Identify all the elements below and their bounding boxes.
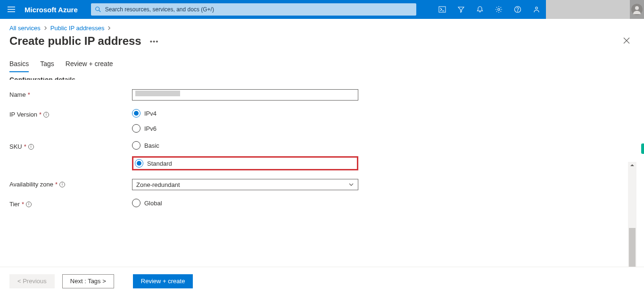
breadcrumb: All services Public IP addresses [0,19,644,34]
svg-point-3 [96,7,99,11]
brand-label: Microsoft Azure [23,6,86,14]
name-input[interactable] [132,89,358,101]
radio-standard[interactable]: Standard [135,159,172,168]
breadcrumb-public-ip[interactable]: Public IP addresses [50,25,105,32]
label-name: Name* [9,89,132,98]
hamburger-menu-icon[interactable] [0,0,23,19]
notifications-icon[interactable] [471,0,489,19]
chevron-right-icon [43,25,48,32]
chevron-down-icon [348,182,354,187]
label-ip-version: IP Version* i [9,109,132,118]
cloud-shell-icon[interactable] [433,0,452,19]
info-icon[interactable]: i [26,202,32,207]
tab-bar: Basics Tags Review + create [0,50,644,72]
label-tier: Tier* i [9,199,132,208]
highlight-standard: Standard [132,156,358,170]
global-search[interactable] [91,3,416,16]
radio-global[interactable]: Global [132,199,358,207]
svg-point-10 [536,7,537,9]
info-icon[interactable]: i [43,112,49,118]
review-create-button[interactable]: Review + create [133,274,193,288]
chevron-right-icon [107,25,111,32]
search-input[interactable] [105,6,413,13]
close-icon[interactable] [623,36,635,46]
label-sku: SKU* i [9,141,132,150]
breadcrumb-all-services[interactable]: All services [9,25,41,32]
tab-tags[interactable]: Tags [40,60,54,72]
availability-zone-select[interactable]: Zone-redundant [132,179,358,190]
info-icon[interactable]: i [59,182,65,187]
footer-bar: < Previous Next : Tags > Review + create [0,267,644,295]
page-title: Create public IP address [9,34,141,48]
svg-rect-2 [8,11,15,12]
label-availability-zone: Availability zone* i [9,179,132,188]
user-avatar[interactable] [630,0,644,19]
next-tags-button[interactable]: Next : Tags > [62,274,114,288]
more-actions-icon[interactable]: ••• [150,37,159,45]
side-tab-nub[interactable] [641,143,644,154]
radio-ipv6[interactable]: IPv6 [132,124,358,133]
svg-point-9 [517,11,518,11]
topbar-actions [433,0,546,19]
svg-rect-0 [8,7,15,8]
feedback-icon[interactable] [527,0,546,19]
svg-point-12 [635,6,639,10]
previous-button: < Previous [9,274,55,288]
info-icon[interactable]: i [28,144,34,150]
scroll-up-arrow-icon[interactable] [628,162,636,169]
top-bar: Microsoft Azure [0,0,644,19]
search-icon [95,6,101,13]
tab-basics[interactable]: Basics [9,60,29,72]
filter-icon[interactable] [452,0,471,19]
svg-line-4 [99,10,101,12]
tab-review-create[interactable]: Review + create [66,60,113,72]
svg-point-7 [498,8,500,10]
account-block[interactable] [546,0,630,19]
section-configuration-details: Configuration details [9,77,625,80]
form-panel: Configuration details Name* IP Version* … [9,72,625,250]
help-icon[interactable] [508,0,527,19]
radio-ipv4[interactable]: IPv4 [132,109,358,118]
svg-rect-1 [8,9,15,10]
settings-gear-icon[interactable] [489,0,508,19]
svg-rect-5 [439,7,446,12]
title-row: Create public IP address ••• [0,34,644,50]
radio-basic[interactable]: Basic [132,141,358,150]
